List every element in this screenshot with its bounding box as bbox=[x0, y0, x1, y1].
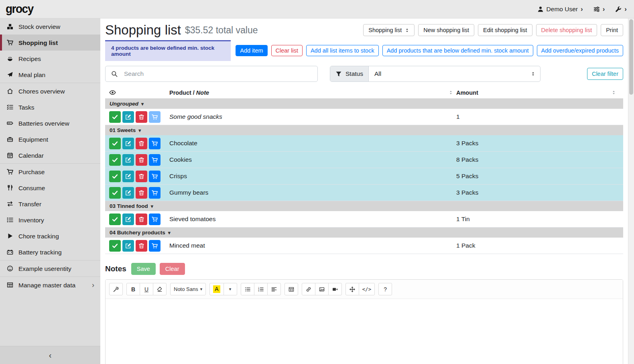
sidebar-item-tasks[interactable]: Tasks bbox=[0, 99, 100, 115]
insert-link-button[interactable] bbox=[302, 283, 315, 295]
help-button[interactable]: ? bbox=[378, 283, 392, 295]
paragraph-align-button[interactable] bbox=[267, 283, 281, 295]
delete-item-button[interactable] bbox=[136, 240, 147, 252]
delete-item-button[interactable] bbox=[136, 138, 147, 149]
user-menu[interactable]: Demo User › bbox=[537, 6, 583, 13]
add-below-min-stock-button[interactable]: Add products that are below defined min.… bbox=[382, 45, 533, 56]
add-to-stock-button[interactable] bbox=[149, 187, 161, 199]
mark-done-button[interactable] bbox=[109, 240, 121, 252]
table-row: Some good snacks 1 bbox=[105, 109, 623, 125]
sidebar-item-label: Transfer bbox=[18, 200, 41, 208]
min-stock-alert[interactable]: 4 products are below defined min. stock … bbox=[105, 40, 231, 61]
add-overdue-button[interactable]: Add overdue/expired products bbox=[537, 45, 623, 56]
settings-menu[interactable]: › bbox=[593, 6, 605, 12]
sidebar-item-inventory[interactable]: Inventory bbox=[0, 212, 100, 228]
add-to-stock-button[interactable] bbox=[149, 111, 161, 123]
sidebar-item-calendar[interactable]: Calendar bbox=[0, 147, 100, 163]
group-header-tinned-food[interactable]: 03 Tinned food▾ bbox=[105, 201, 623, 211]
delete-shopping-list-button[interactable]: Delete shopping list bbox=[536, 24, 597, 36]
clear-notes-button[interactable]: Clear bbox=[160, 263, 185, 275]
group-header-sweets[interactable]: 01 Sweets▾ bbox=[105, 125, 623, 135]
amount-header[interactable]: Amount bbox=[456, 89, 478, 96]
item-amount: 8 Packs bbox=[456, 156, 619, 163]
highlight-color-button[interactable]: A bbox=[209, 283, 224, 295]
sidebar-item-purchase[interactable]: Purchase bbox=[0, 163, 100, 180]
sidebar-item-label: Purchase bbox=[18, 168, 45, 176]
clear-filter-button[interactable]: Clear filter bbox=[587, 68, 623, 80]
insert-video-button[interactable] bbox=[328, 283, 342, 295]
magic-style-button[interactable] bbox=[109, 283, 123, 295]
highlight-color-dropdown[interactable]: ▾ bbox=[224, 283, 237, 295]
collapse-sidebar-button[interactable]: ‹ bbox=[0, 346, 100, 364]
edit-item-button[interactable] bbox=[122, 111, 134, 123]
sidebar-item-batteries-overview[interactable]: Batteries overview bbox=[0, 115, 100, 131]
scrollbar[interactable] bbox=[628, 18, 634, 364]
add-to-stock-button[interactable] bbox=[149, 240, 161, 252]
edit-item-button[interactable] bbox=[122, 154, 134, 166]
unordered-list-button[interactable] bbox=[241, 283, 254, 295]
mark-done-button[interactable] bbox=[109, 154, 121, 166]
scrollbar-thumb[interactable] bbox=[629, 19, 633, 95]
mark-done-button[interactable] bbox=[109, 111, 121, 123]
sort-icon[interactable] bbox=[612, 90, 616, 95]
admin-menu[interactable]: › bbox=[615, 6, 627, 12]
edit-item-button[interactable] bbox=[122, 214, 134, 225]
add-to-stock-button[interactable] bbox=[149, 138, 161, 149]
sidebar-item-meal-plan[interactable]: Meal plan bbox=[0, 67, 100, 83]
sidebar-item-stock-overview[interactable]: Stock overview bbox=[0, 18, 100, 35]
mark-done-button[interactable] bbox=[109, 171, 121, 182]
sidebar-item-chore-tracking[interactable]: Chore tracking bbox=[0, 228, 100, 244]
sidebar-item-chores-overview[interactable]: Chores overview bbox=[0, 83, 100, 99]
clear-formatting-button[interactable] bbox=[153, 283, 167, 295]
add-item-button[interactable]: Add item bbox=[236, 45, 267, 56]
edit-item-button[interactable] bbox=[122, 187, 134, 199]
product-note-header[interactable]: Product /Note bbox=[169, 89, 209, 96]
add-to-stock-button[interactable] bbox=[149, 214, 161, 225]
caret-down-icon: ▾ bbox=[141, 101, 144, 107]
toggle-done-items-button[interactable] bbox=[109, 89, 116, 96]
add-to-stock-button[interactable] bbox=[149, 171, 161, 182]
delete-item-button[interactable] bbox=[136, 171, 147, 182]
add-to-stock-button[interactable] bbox=[149, 154, 161, 166]
edit-item-button[interactable] bbox=[122, 240, 134, 252]
delete-item-button[interactable] bbox=[136, 187, 147, 199]
sidebar-item-manage-master-data[interactable]: Manage master data› bbox=[0, 277, 100, 293]
font-family-dropdown[interactable]: Noto Sans▾ bbox=[170, 283, 206, 295]
edit-item-button[interactable] bbox=[122, 171, 134, 182]
group-header-butchery-products[interactable]: 04 Butchery products▾ bbox=[105, 228, 623, 238]
sidebar-item-equipment[interactable]: Equipment bbox=[0, 131, 100, 147]
sidebar-item-recipes[interactable]: Recipes bbox=[0, 51, 100, 67]
bold-button[interactable]: B bbox=[126, 283, 140, 295]
delete-item-button[interactable] bbox=[136, 214, 147, 225]
mark-done-button[interactable] bbox=[109, 187, 121, 199]
add-all-to-stock-button[interactable]: Add all list items to stock bbox=[306, 45, 379, 56]
sidebar-item-shopping-list[interactable]: Shopping list bbox=[0, 35, 100, 51]
group-header-ungrouped[interactable]: Ungrouped▾ bbox=[105, 99, 623, 109]
mark-done-button[interactable] bbox=[109, 214, 121, 225]
sidebar-item-transfer[interactable]: Transfer bbox=[0, 196, 100, 212]
mark-done-button[interactable] bbox=[109, 138, 121, 149]
sort-icon[interactable] bbox=[449, 90, 453, 95]
edit-item-button[interactable] bbox=[122, 138, 134, 149]
underline-button[interactable]: U bbox=[140, 283, 153, 295]
sidebar-item-consume[interactable]: Consume bbox=[0, 180, 100, 196]
fullscreen-button[interactable] bbox=[345, 283, 359, 295]
sidebar-item-example-userentity[interactable]: Example userentity bbox=[0, 260, 100, 277]
print-button[interactable]: Print bbox=[601, 24, 623, 36]
shopping-list-selector[interactable]: Shopping list bbox=[363, 24, 415, 36]
delete-item-button[interactable] bbox=[136, 111, 147, 123]
ordered-list-button[interactable] bbox=[254, 283, 268, 295]
search-input[interactable] bbox=[123, 66, 317, 81]
clear-list-button[interactable]: Clear list bbox=[271, 45, 303, 56]
delete-item-button[interactable] bbox=[136, 154, 147, 166]
edit-shopping-list-button[interactable]: Edit shopping list bbox=[478, 24, 532, 36]
insert-image-button[interactable] bbox=[315, 283, 329, 295]
save-notes-button[interactable]: Save bbox=[131, 263, 156, 275]
code-view-button[interactable]: </> bbox=[359, 283, 375, 295]
notes-text-area[interactable] bbox=[106, 299, 623, 364]
status-filter-group: Status All bbox=[330, 66, 541, 82]
insert-table-button[interactable] bbox=[284, 283, 298, 295]
sidebar-item-battery-tracking[interactable]: Battery tracking bbox=[0, 244, 100, 260]
new-shopping-list-button[interactable]: New shopping list bbox=[418, 24, 474, 36]
status-filter-select[interactable]: All bbox=[369, 66, 540, 81]
